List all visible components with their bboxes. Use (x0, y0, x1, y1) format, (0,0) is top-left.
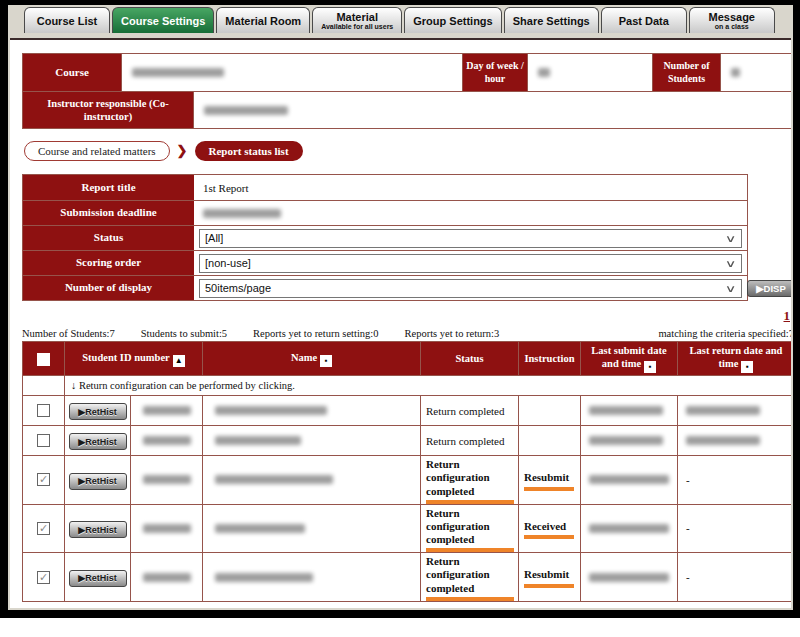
status-cell: Return completed (421, 433, 518, 448)
submission-deadline-label: Submission deadline (23, 201, 194, 225)
student-name-redacted[interactable] (203, 553, 421, 602)
instruction-cell: Received (519, 518, 580, 533)
status-cell: Return configuration completed (421, 505, 518, 547)
student-name-redacted[interactable] (203, 396, 421, 426)
status-filter-label: Status (23, 226, 194, 250)
last-submit-redacted (581, 456, 678, 505)
last-return-cell: - (678, 571, 791, 583)
status-highlight-underline (426, 500, 514, 504)
row-checkbox[interactable] (37, 434, 50, 447)
filter-table: Report title 1st Report Submission deadl… (22, 174, 748, 301)
last-return-cell: - (678, 522, 791, 534)
instruction-cell (519, 426, 581, 456)
sort-icon[interactable]: ▪ (741, 361, 753, 373)
instruction-highlight-underline (524, 584, 574, 588)
page-1-link-bottom[interactable]: 1 (784, 606, 792, 608)
last-return-cell: - (678, 474, 791, 486)
instruction-cell: Resubmit (519, 566, 580, 581)
student-id-redacted (131, 553, 203, 602)
summary-yet-return: Reports yet to return:3 (405, 328, 500, 339)
instruction-highlight-underline (524, 487, 574, 491)
status-cell: Return completed (421, 403, 518, 418)
breadcrumb-report-status-list: Report status list (195, 141, 303, 161)
last-submit-redacted (581, 396, 678, 426)
sort-icon[interactable]: ▪ (644, 361, 656, 373)
sort-icon[interactable]: ▪ (320, 355, 332, 367)
display-count-select[interactable]: 50items/page ∨ (199, 279, 742, 298)
app-window: Course List Course Settings Material Roo… (0, 0, 800, 618)
status-select[interactable]: [All] ∨ (199, 229, 742, 248)
report-title-value: 1st Report (199, 182, 249, 194)
rethist-button[interactable]: ▶RetHist (69, 433, 127, 450)
row-checkbox-checked[interactable]: ✓ (37, 522, 50, 535)
chevron-down-icon: ∨ (724, 233, 736, 244)
day-of-week-label: Day of week / hour (463, 54, 528, 91)
filter-section: Report title 1st Report Submission deadl… (22, 174, 791, 301)
student-id-header: Student ID number▲ (65, 342, 203, 376)
row-checkbox-checked[interactable]: ✓ (37, 473, 50, 486)
tab-material-room[interactable]: Material Room (216, 7, 310, 33)
student-name-redacted[interactable] (203, 504, 421, 553)
student-id-redacted (131, 396, 203, 426)
breadcrumb-course-related[interactable]: Course and related matters (24, 141, 170, 161)
course-value-redacted (122, 54, 463, 91)
tab-course-settings[interactable]: Course Settings (112, 7, 214, 33)
status-filter-row: Status [All] ∨ (23, 225, 747, 250)
breadcrumb: Course and related matters ❯ Report stat… (24, 138, 781, 163)
last-submit-redacted (581, 426, 678, 456)
disp-button[interactable]: ▶DISP (747, 280, 791, 297)
tab-message[interactable]: Messageon a class (689, 7, 775, 33)
tab-share-settings[interactable]: Share Settings (504, 7, 599, 33)
select-all-checkbox[interactable] (37, 353, 50, 366)
display-count-row: Number of display 50items/page ∨ (23, 275, 747, 300)
student-id-redacted (131, 456, 203, 505)
tab-past-data[interactable]: Past Data (601, 7, 687, 33)
report-status-table: Student ID number▲ Name▪ Status Instruct… (22, 341, 791, 602)
tab-material[interactable]: MaterialAvailable for all users (312, 7, 402, 33)
status-cell: Return configuration completed (421, 456, 518, 498)
last-return-redacted (678, 426, 792, 456)
day-of-week-value-redacted (528, 54, 653, 91)
rethist-button[interactable]: ▶RetHist (69, 403, 127, 420)
rethist-button[interactable]: ▶RetHist (69, 473, 127, 490)
course-info-row-2: Instructor responsible (Co-instructor) (23, 91, 791, 128)
instruction-cell (519, 396, 581, 426)
table-note-row: ↓ Return configuration can be performed … (23, 376, 792, 396)
pagination-top: 1 (22, 306, 791, 323)
rethist-button[interactable]: ▶RetHist (69, 521, 127, 538)
status-cell: Return configuration completed (421, 553, 518, 595)
students-count-value-redacted (721, 54, 791, 91)
tab-course-list[interactable]: Course List (24, 7, 110, 33)
scoring-order-row: Scoring order [non-use] ∨ (23, 250, 747, 275)
submission-deadline-value-redacted (194, 201, 747, 225)
breadcrumb-separator-icon: ❯ (177, 143, 188, 159)
last-return-header: Last return date and time▪ (678, 342, 792, 376)
instructor-label: Instructor responsible (Co-instructor) (23, 92, 194, 128)
submission-deadline-row: Submission deadline (23, 200, 747, 225)
main-content: Course Day of week / hour Number of Stud… (10, 38, 791, 608)
course-info-table: Course Day of week / hour Number of Stud… (22, 53, 791, 129)
status-highlight-underline (426, 548, 514, 552)
status-header: Status (421, 342, 519, 376)
status-highlight-underline (426, 597, 514, 601)
last-submit-header: Last submit date and time▪ (581, 342, 678, 376)
student-name-redacted[interactable] (203, 456, 421, 505)
chevron-down-icon: ∨ (724, 283, 736, 294)
instruction-header: Instruction (519, 342, 581, 376)
name-header: Name▪ (203, 342, 421, 376)
display-count-label: Number of display (23, 276, 194, 300)
instruction-highlight-underline (524, 535, 574, 539)
scoring-order-select[interactable]: [non-use] ∨ (199, 254, 742, 273)
student-id-redacted (131, 504, 203, 553)
sort-asc-icon[interactable]: ▲ (173, 355, 185, 367)
summary-line: Number of Students:7 Students to submit:… (22, 324, 791, 339)
course-label: Course (23, 54, 122, 91)
last-submit-redacted (581, 504, 678, 553)
row-checkbox-checked[interactable]: ✓ (37, 571, 50, 584)
page-1-link-top[interactable]: 1 (784, 308, 792, 323)
row-checkbox[interactable] (37, 404, 50, 417)
table-row: ✓ ▶RetHist Return configuration complete… (23, 553, 792, 602)
tab-group-settings[interactable]: Group Settings (404, 7, 501, 33)
student-name-redacted[interactable] (203, 426, 421, 456)
rethist-button[interactable]: ▶RetHist (69, 570, 127, 587)
